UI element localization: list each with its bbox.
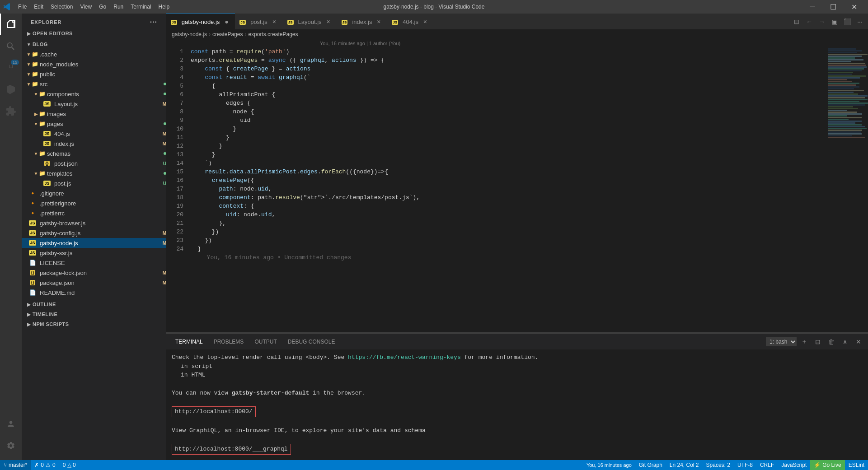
tree-item-post-json[interactable]: {}post.jsonU bbox=[22, 158, 166, 168]
menu-help[interactable]: Help bbox=[155, 2, 174, 12]
more-actions-button[interactable]: ··· bbox=[854, 15, 866, 28]
tree-item--prettierignore[interactable]: 🔸.prettierignore bbox=[22, 198, 166, 208]
activity-source-control[interactable]: ⑂ 15 bbox=[0, 57, 22, 79]
menu-terminal[interactable]: Terminal bbox=[127, 2, 155, 12]
tree-item-components[interactable]: ▼📁components bbox=[22, 89, 166, 99]
section-outline[interactable]: ▶ OUTLINE bbox=[22, 299, 166, 309]
tree-item--cache[interactable]: ▼📁.cache bbox=[22, 49, 166, 59]
status-encoding[interactable]: UTF-8 bbox=[734, 460, 756, 470]
split-editor-button[interactable]: ⊟ bbox=[790, 15, 803, 28]
terminal-content[interactable]: Check the top-level render call using <b… bbox=[166, 349, 868, 460]
activity-accounts[interactable] bbox=[0, 413, 22, 435]
tab-close-button[interactable]: × bbox=[421, 18, 429, 26]
menu-view[interactable]: View bbox=[76, 2, 95, 12]
section-blog[interactable]: ▼ BLOG bbox=[22, 39, 166, 49]
section-npm-scripts[interactable]: ▶ NPM SCRIPTS bbox=[22, 319, 166, 329]
section-open-editors[interactable]: ▶ OPEN EDITORS bbox=[22, 28, 166, 38]
go-back-button[interactable]: ← bbox=[803, 15, 816, 28]
status-liveshare[interactable]: You, 16 minutes ago bbox=[583, 460, 635, 470]
tree-item-src[interactable]: ▼📁src bbox=[22, 79, 166, 89]
status-spaces[interactable]: Spaces: 2 bbox=[703, 460, 734, 470]
main-layout: ⑂ 15 bbox=[0, 14, 868, 460]
menu-go[interactable]: Go bbox=[95, 2, 110, 12]
tree-item-index-js[interactable]: JSindex.jsM bbox=[22, 139, 166, 149]
tab-close-button[interactable]: × bbox=[270, 18, 278, 26]
code-area[interactable]: const path = require('path')exports.crea… bbox=[187, 47, 827, 332]
activity-extensions[interactable] bbox=[0, 100, 22, 122]
tree-item-package-lock-json[interactable]: {}package-lock.jsonM bbox=[22, 268, 166, 278]
tab-gatsby-node[interactable]: JSgatsby-node.js● bbox=[166, 14, 235, 29]
status-eslint[interactable]: ESLint bbox=[845, 460, 868, 470]
activity-explorer[interactable] bbox=[0, 14, 22, 35]
status-info[interactable]: 0 △ 0 bbox=[59, 460, 80, 470]
tree-item-Layout-js[interactable]: JSLayout.jsM bbox=[22, 99, 166, 109]
minimize-button[interactable]: ─ bbox=[802, 0, 823, 14]
terminal-tab-terminal[interactable]: TERMINAL bbox=[170, 337, 208, 347]
tree-item-node_modules[interactable]: ▼📁node_modules bbox=[22, 59, 166, 69]
section-timeline[interactable]: ▶ TIMELINE bbox=[22, 309, 166, 319]
tree-item-gatsby-ssr-js[interactable]: JSgatsby-ssr.js bbox=[22, 248, 166, 258]
terminal-tab-output[interactable]: OUTPUT bbox=[249, 337, 282, 347]
breadcrumb-item-3[interactable]: exports.createPages bbox=[248, 31, 298, 37]
menu-selection[interactable]: Selection bbox=[47, 2, 76, 12]
tab-index[interactable]: JSindex.js× bbox=[337, 14, 388, 29]
go-forward-button[interactable]: → bbox=[816, 15, 828, 28]
tree-item--prettierrc[interactable]: 🔸.prettierrc bbox=[22, 208, 166, 218]
tree-item-templates[interactable]: ▼📁templates bbox=[22, 168, 166, 178]
tab-close-button[interactable]: × bbox=[375, 18, 383, 26]
status-errors[interactable]: ✗ 0 ⚠ 0 bbox=[31, 460, 59, 470]
tab-layout[interactable]: JSLayout.js× bbox=[283, 14, 337, 29]
breadcrumb-item-2[interactable]: createPages bbox=[212, 31, 243, 37]
tree-item-gatsby-config-js[interactable]: JSgatsby-config.jsM bbox=[22, 228, 166, 238]
terminal-tab-problems[interactable]: PROBLEMS bbox=[208, 337, 249, 347]
tab-404[interactable]: JS404.js× bbox=[387, 14, 434, 29]
tree-item-public[interactable]: ▼📁public bbox=[22, 69, 166, 79]
tab-label: post.js bbox=[250, 19, 267, 25]
file-indicator: U bbox=[163, 181, 166, 186]
terminal-split-button[interactable]: ⊟ bbox=[812, 336, 824, 348]
tree-item-gatsby-browser-js[interactable]: JSgatsby-browser.js bbox=[22, 218, 166, 228]
status-git-graph[interactable]: Git Graph bbox=[635, 460, 666, 470]
tree-item-pages[interactable]: ▼📁pages bbox=[22, 119, 166, 129]
terminal-trash-button[interactable]: 🗑 bbox=[826, 336, 837, 348]
tree-item-package-json[interactable]: {}package.jsonM bbox=[22, 278, 166, 288]
status-go-live[interactable]: ⚡ Go Live bbox=[810, 460, 845, 470]
toggle-sidebar-button[interactable]: ▣ bbox=[828, 15, 841, 28]
toggle-panel-button[interactable]: ⬛ bbox=[841, 15, 854, 28]
terminal-shell-selector[interactable]: 1: bash bbox=[766, 337, 797, 346]
menu-edit[interactable]: Edit bbox=[30, 2, 47, 12]
tab-close-button[interactable]: ● bbox=[222, 18, 230, 26]
status-cursor[interactable]: Ln 24, Col 2 bbox=[666, 460, 703, 470]
status-language[interactable]: JavaScript bbox=[778, 460, 810, 470]
tab-label: 404.js bbox=[403, 19, 418, 25]
tree-item-schemas[interactable]: ▼📁schemas bbox=[22, 149, 166, 158]
sidebar-more-icon[interactable]: ··· bbox=[150, 18, 157, 26]
activity-run[interactable] bbox=[0, 79, 22, 100]
window-title: gatsby-node.js - blog - Visual Studio Co… bbox=[384, 4, 485, 10]
tree-item-LICENSE[interactable]: 📄LICENSE bbox=[22, 258, 166, 268]
menu-file[interactable]: File bbox=[14, 2, 30, 12]
tree-item--gitignore[interactable]: 🔸.gitignore bbox=[22, 188, 166, 198]
terminal-link[interactable]: http://localhost:8000/___graphql bbox=[172, 444, 291, 455]
git-branch-icon: ⑂ bbox=[4, 462, 7, 468]
tree-item-gatsby-node-js[interactable]: JSgatsby-node.jsM bbox=[22, 238, 166, 248]
tree-item-post-js[interactable]: JSpost.jsU bbox=[22, 178, 166, 188]
tab-close-button[interactable]: × bbox=[324, 18, 333, 26]
activity-settings[interactable] bbox=[0, 435, 22, 456]
tree-item-404-js[interactable]: JS404.jsM bbox=[22, 129, 166, 139]
tree-item-images[interactable]: ▶📁images bbox=[22, 109, 166, 119]
terminal-link[interactable]: http://localhost:8000/ bbox=[172, 406, 256, 417]
status-eol[interactable]: CRLF bbox=[756, 460, 778, 470]
maximize-button[interactable]: ☐ bbox=[823, 0, 844, 14]
terminal-add-button[interactable]: ＋ bbox=[798, 336, 810, 348]
close-button[interactable]: ✕ bbox=[844, 0, 864, 14]
breadcrumb-item-1[interactable]: gatsby-node.js bbox=[172, 31, 207, 37]
terminal-tab-debug-console[interactable]: DEBUG CONSOLE bbox=[282, 337, 341, 347]
activity-search[interactable] bbox=[0, 35, 22, 57]
menu-run[interactable]: Run bbox=[110, 2, 127, 12]
tree-item-README-md[interactable]: 📄README.md bbox=[22, 288, 166, 298]
terminal-close-button[interactable]: ✕ bbox=[853, 336, 864, 348]
tab-post-js[interactable]: JSpost.js× bbox=[235, 14, 282, 29]
terminal-maximize-button[interactable]: ∧ bbox=[839, 336, 851, 348]
status-git-branch[interactable]: ⑂ master* bbox=[0, 460, 31, 470]
